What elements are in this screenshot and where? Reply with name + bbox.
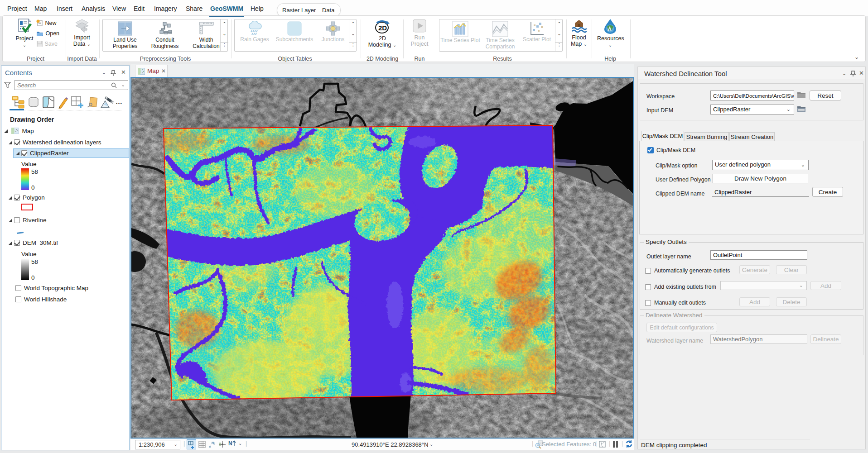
- svg-text:2D: 2D: [378, 24, 387, 32]
